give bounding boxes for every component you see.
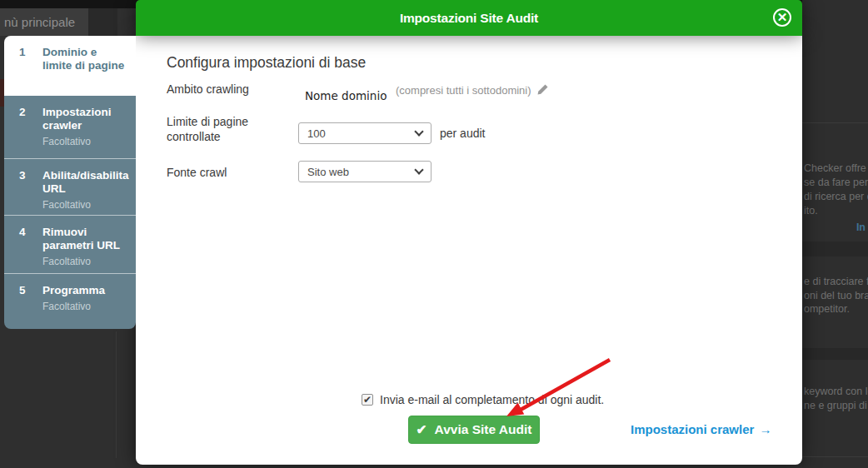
main-menu-label: nù principale bbox=[4, 15, 75, 29]
step-label: Impostazioni crawlerFacoltativo bbox=[42, 106, 129, 158]
crawler-settings-link[interactable]: Impostazioni crawler→ bbox=[631, 422, 771, 436]
email-checkbox[interactable]: ✔ bbox=[362, 394, 373, 406]
crawl-scope-label: Ambito crawling bbox=[167, 82, 249, 97]
step-crawler-settings[interactable]: 2 Impostazioni crawlerFacoltativo bbox=[4, 96, 136, 158]
crawl-source-label: Fonte crawl bbox=[167, 165, 227, 180]
modal-header: Impostazioni Site Audit ✕ bbox=[136, 0, 802, 36]
crawl-scope-note: (compresi tutti i sottodomini) bbox=[396, 83, 549, 98]
step-sublabel: Facoltativo bbox=[42, 198, 129, 212]
step-number: 5 bbox=[19, 284, 42, 329]
wizard-steps-sidebar: 1 Dominio e limite di pagine 2 Impostazi… bbox=[4, 36, 136, 329]
email-checkbox-label: Invia e-mail al completamento di ogni au… bbox=[380, 393, 604, 406]
check-icon: ✔ bbox=[417, 422, 427, 437]
step-number: 2 bbox=[19, 106, 42, 158]
crawler-settings-link-text: Impostazioni crawler bbox=[631, 422, 754, 436]
step-label: Dominio e limite di pagine bbox=[42, 46, 129, 96]
background-text: se da fare per m bbox=[804, 176, 868, 190]
background-text: di ricerca per d bbox=[804, 190, 868, 204]
step-number: 4 bbox=[19, 226, 42, 273]
step-sublabel: Facoltativo bbox=[42, 255, 129, 268]
step-sublabel: Facoltativo bbox=[42, 300, 105, 313]
background-menu-gap bbox=[117, 8, 136, 36]
background-text: keyword con lo s bbox=[804, 385, 868, 399]
background-text: ito. bbox=[804, 204, 868, 218]
background-card-border bbox=[802, 456, 868, 457]
step-allow-disallow-url[interactable]: 3 Abilita/disabilita URLFacoltativo bbox=[4, 158, 136, 215]
step-sublabel: Facoltativo bbox=[42, 135, 129, 148]
background-vertical-divider bbox=[116, 331, 117, 458]
background-card-gap bbox=[802, 348, 868, 360]
crawl-scope-note-text: (compresi tutti i sottodomini) bbox=[396, 84, 531, 97]
page-limit-selected-value: 100 bbox=[307, 127, 416, 140]
arrow-right-icon: → bbox=[759, 422, 771, 436]
page-limit-select[interactable]: 100 bbox=[298, 122, 432, 144]
step-remove-url-parameters[interactable]: 4 Rimuovi parametri URLFacoltativo bbox=[4, 215, 136, 273]
step-label: ProgrammaFacoltativo bbox=[42, 284, 105, 329]
background-menu-tab bbox=[88, 8, 117, 36]
step-domain-and-page-limit[interactable]: 1 Dominio e limite di pagine bbox=[4, 36, 136, 96]
chevron-down-icon bbox=[414, 127, 423, 136]
page-limit-label: Limite di pagine controllate bbox=[167, 114, 275, 144]
chevron-down-icon bbox=[414, 165, 423, 174]
background-text: ompetitor. bbox=[804, 302, 868, 316]
crawl-source-select[interactable]: Sito web bbox=[298, 161, 432, 182]
start-button-label: Avvia Site Audit bbox=[435, 422, 532, 437]
step-schedule[interactable]: 5 ProgrammaFacoltativo bbox=[4, 273, 136, 329]
close-icon[interactable]: ✕ bbox=[773, 8, 791, 27]
page-limit-suffix: per audit bbox=[440, 127, 485, 140]
background-link: In bbox=[856, 222, 866, 233]
background-card-gap bbox=[802, 241, 868, 256]
step-number: 3 bbox=[19, 169, 42, 215]
background-text: Checker offre un bbox=[804, 162, 868, 176]
section-title: Configura impostazioni di base bbox=[167, 54, 366, 72]
background-text: e di tracciare fa bbox=[804, 275, 868, 289]
background-text: ne e gruppi di an bbox=[804, 399, 868, 413]
step-number: 1 bbox=[19, 46, 42, 96]
edit-pencil-icon[interactable] bbox=[536, 83, 549, 98]
step-label: Rimuovi parametri URLFacoltativo bbox=[42, 226, 129, 273]
background-card-border bbox=[802, 122, 868, 123]
step-label: Abilita/disabilita URLFacoltativo bbox=[42, 169, 129, 215]
background-page-right: Checker offre un se da fare per m di ric… bbox=[802, 0, 868, 468]
modal-title: Impostazioni Site Audit bbox=[136, 0, 802, 36]
email-notification-row: ✔ Invia e-mail al completamento di ogni … bbox=[362, 393, 604, 406]
start-site-audit-button[interactable]: ✔ Avvia Site Audit bbox=[408, 416, 540, 444]
background-text: oni del tuo bran bbox=[804, 289, 868, 303]
crawl-scope-value: Nome dominio bbox=[305, 89, 387, 102]
crawl-source-selected-value: Sito web bbox=[307, 166, 416, 178]
